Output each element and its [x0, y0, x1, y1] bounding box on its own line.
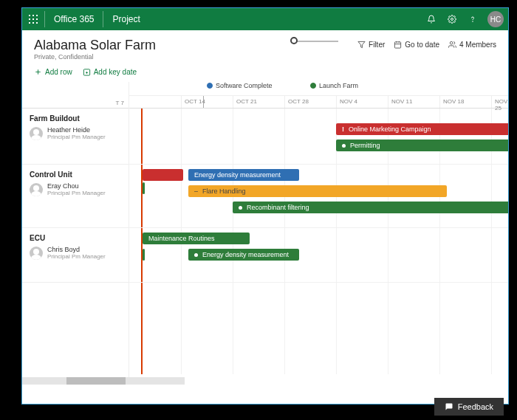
- owner-role: Principal Pm Manager: [47, 134, 106, 141]
- milestone[interactable]: Launch Farm: [310, 82, 358, 89]
- date-column-header: NOV 11: [388, 96, 412, 108]
- title-bar: Alabama Solar Farm Private, Confidential…: [22, 30, 508, 65]
- add-key-date-label: Add key date: [94, 68, 137, 76]
- task-bar[interactable]: –Flare Handling: [188, 185, 447, 197]
- task-bar[interactable]: Maintenance Routines: [143, 233, 250, 244]
- goto-date-button[interactable]: Go to date: [394, 41, 439, 49]
- filter-label: Filter: [369, 41, 385, 49]
- timeline-grid[interactable]: Software CompleteLaunch Farm OCT 14OCT 2…: [129, 82, 508, 385]
- task-label: Recombinant filtering: [247, 204, 309, 211]
- milestone-label: Launch Farm: [319, 82, 358, 89]
- date-column-header: NOV 4: [336, 96, 357, 108]
- alert-icon: !: [342, 125, 344, 133]
- task-bar[interactable]: Energy density measurement: [188, 169, 299, 181]
- chat-icon: [445, 402, 453, 411]
- gear-icon[interactable]: [442, 15, 462, 24]
- task-bar[interactable]: !Online Marketing Campaign: [336, 123, 508, 135]
- avatar: [30, 127, 43, 140]
- zoom-slider[interactable]: [294, 41, 338, 42]
- svg-rect-1: [32, 15, 34, 16]
- goto-label: Go to date: [405, 41, 439, 49]
- svg-point-16: [450, 41, 453, 44]
- svg-rect-8: [36, 22, 38, 24]
- lane: Maintenance RoutinesEnergy density measu…: [129, 228, 508, 283]
- task-label: Maintenance Routines: [148, 235, 215, 242]
- section-header[interactable]: Control UnitEray ChouPrincipal Pm Manage…: [22, 165, 129, 228]
- svg-rect-12: [395, 42, 401, 48]
- user-avatar[interactable]: HC: [487, 11, 504, 27]
- status-dot-icon: [342, 144, 346, 148]
- task-bar[interactable]: [143, 182, 145, 194]
- sidebar-date-header: T 7: [22, 82, 129, 109]
- task-bar[interactable]: Energy density measurement: [188, 249, 299, 261]
- add-row-label: Add row: [45, 68, 72, 76]
- lanes: !Online Marketing CampaignPermittingEner…: [129, 109, 508, 374]
- section-header[interactable]: ECUChris BoydPrincipal Pm Manager: [22, 228, 129, 283]
- add-row-button[interactable]: Add row: [34, 68, 72, 76]
- task-label: Energy density measurement: [194, 171, 281, 179]
- date-column-header: NOV 18: [439, 96, 464, 108]
- task-bar[interactable]: Recombinant filtering: [233, 202, 508, 213]
- task-bar[interactable]: [143, 249, 145, 261]
- app-launcher-icon[interactable]: [22, 15, 44, 24]
- status-dot-icon: [239, 206, 242, 210]
- section-owner[interactable]: Heather HeidePrincipal Pm Manager: [30, 127, 121, 141]
- section-name: Control Unit: [30, 171, 121, 179]
- date-column-header: NOV 25: [491, 96, 508, 108]
- command-row: Add row Add key date: [22, 65, 508, 82]
- svg-rect-3: [29, 18, 30, 20]
- project-title: Alabama Solar Farm: [34, 38, 156, 53]
- timeline: T 7 Farm BuildoutHeather HeidePrincipal …: [22, 82, 508, 385]
- milestone-marker-line: [203, 96, 204, 108]
- milestone-dot-icon: [310, 83, 316, 89]
- owner-role: Principal Pm Manager: [47, 190, 106, 197]
- top-ribbon: Office 365 Project HC: [22, 8, 508, 30]
- calendar-icon: [394, 41, 402, 49]
- notifications-icon[interactable]: [421, 15, 442, 24]
- feedback-label: Feedback: [458, 402, 493, 411]
- members-label: 4 Members: [459, 41, 496, 49]
- add-key-date-button[interactable]: Add key date: [83, 68, 137, 76]
- feedback-button[interactable]: Feedback: [434, 398, 504, 416]
- help-icon[interactable]: [462, 15, 483, 24]
- section-owner[interactable]: Chris BoydPrincipal Pm Manager: [30, 247, 121, 261]
- app-window: Office 365 Project HC Alabama Solar Farm…: [21, 7, 509, 404]
- date-header-row: OCT 14OCT 21OCT 28NOV 4NOV 11NOV 18NOV 2…: [129, 95, 508, 109]
- task-bar[interactable]: Permitting: [336, 140, 508, 151]
- svg-rect-0: [29, 15, 30, 16]
- svg-point-10: [473, 21, 473, 22]
- app-label[interactable]: Project: [103, 14, 148, 24]
- members-button[interactable]: 4 Members: [448, 41, 496, 49]
- svg-rect-4: [32, 18, 34, 20]
- filter-icon: [357, 41, 366, 49]
- svg-rect-2: [36, 15, 38, 16]
- avatar: [30, 183, 43, 196]
- lane: !Online Marketing CampaignPermitting: [129, 109, 508, 165]
- dash-icon: –: [194, 187, 198, 195]
- brand-label[interactable]: Office 365: [45, 14, 103, 24]
- svg-rect-7: [32, 22, 34, 24]
- milestone-label: Software Complete: [216, 82, 273, 89]
- filter-button[interactable]: Filter: [357, 41, 385, 49]
- svg-point-9: [451, 18, 453, 21]
- section-owner[interactable]: Eray ChouPrincipal Pm Manager: [30, 183, 121, 197]
- section-name: Farm Buildout: [30, 114, 121, 123]
- avatar: [30, 247, 43, 260]
- owner-role: Principal Pm Manager: [47, 254, 106, 261]
- task-label: Online Marketing Campaign: [349, 125, 431, 133]
- timeline-sidebar: T 7 Farm BuildoutHeather HeidePrincipal …: [22, 82, 129, 385]
- task-bar[interactable]: [143, 169, 183, 181]
- milestone[interactable]: Software Complete: [207, 82, 273, 89]
- task-label: Energy density measurement: [202, 251, 289, 258]
- milestone-row: Software CompleteLaunch Farm: [129, 82, 508, 95]
- date-column-header: OCT 21: [233, 96, 257, 108]
- lane: Energy density measurement–Flare Handlin…: [129, 165, 508, 228]
- date-column-header: OCT 14: [181, 96, 205, 108]
- project-subtitle: Private, Confidential: [34, 53, 156, 61]
- task-label: Permitting: [350, 142, 380, 149]
- calendar-plus-icon: [83, 68, 91, 76]
- horizontal-scrollbar[interactable]: [22, 377, 185, 385]
- people-icon: [448, 41, 456, 49]
- milestone-dot-icon: [207, 83, 213, 89]
- section-header[interactable]: Farm BuildoutHeather HeidePrincipal Pm M…: [22, 109, 129, 165]
